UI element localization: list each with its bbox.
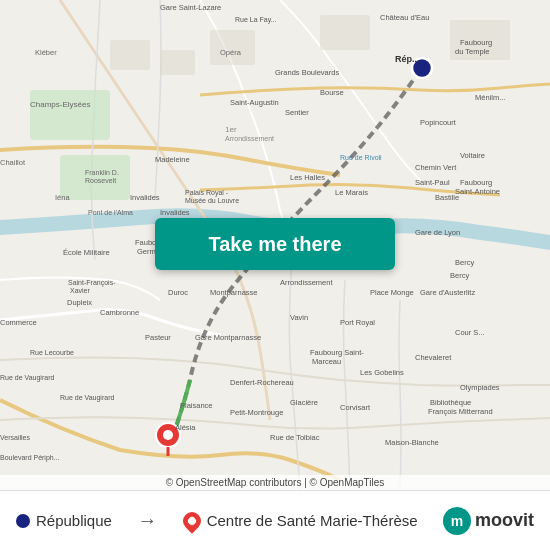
svg-text:Saint-Paul: Saint-Paul	[415, 178, 450, 187]
svg-text:Olympiades: Olympiades	[460, 383, 500, 392]
svg-text:Saint-Antoine: Saint-Antoine	[455, 187, 500, 196]
svg-text:Place Monge: Place Monge	[370, 288, 414, 297]
take-me-there-button[interactable]: Take me there	[155, 218, 395, 270]
svg-text:Saint-François-: Saint-François-	[68, 279, 116, 287]
moovit-brand-name: moovit	[475, 510, 534, 531]
svg-text:Grands Boulevards: Grands Boulevards	[275, 68, 339, 77]
svg-text:Roosevelt: Roosevelt	[85, 177, 116, 184]
svg-text:Rue La Fay...: Rue La Fay...	[235, 16, 277, 24]
origin-dot-icon	[16, 514, 30, 528]
svg-text:Arrondissement: Arrondissement	[225, 135, 274, 142]
svg-text:Opéra: Opéra	[220, 48, 242, 57]
svg-text:Duroc: Duroc	[168, 288, 188, 297]
svg-text:Plaisance: Plaisance	[180, 401, 213, 410]
svg-text:Bercy: Bercy	[455, 258, 474, 267]
from-label: République	[36, 512, 112, 529]
svg-text:Voltaire: Voltaire	[460, 151, 485, 160]
svg-text:François Mitterrand: François Mitterrand	[428, 407, 493, 416]
svg-text:Bercy: Bercy	[450, 271, 469, 280]
svg-text:Alésia: Alésia	[175, 423, 196, 432]
svg-text:Marceau: Marceau	[312, 357, 341, 366]
route-from: République	[16, 512, 112, 529]
svg-text:Rue de Rivoli: Rue de Rivoli	[340, 154, 382, 161]
svg-text:Rue de Tolbiac: Rue de Tolbiac	[270, 433, 320, 442]
svg-text:1er: 1er	[225, 125, 237, 134]
svg-rect-6	[320, 15, 370, 50]
svg-text:École Militaire: École Militaire	[63, 248, 110, 257]
svg-text:Faubourg: Faubourg	[460, 178, 492, 187]
svg-text:Gare d'Austerlitz: Gare d'Austerlitz	[420, 288, 475, 297]
svg-text:du Temple: du Temple	[455, 47, 489, 56]
svg-text:Cour S...: Cour S...	[455, 328, 485, 337]
svg-text:Chemin Vert: Chemin Vert	[415, 163, 457, 172]
svg-text:Boulevard Périph...: Boulevard Périph...	[0, 454, 60, 462]
svg-text:Invalides: Invalides	[130, 193, 160, 202]
svg-text:Rue Lecourbe: Rue Lecourbe	[30, 349, 74, 356]
to-label: Centre de Santé Marie-Thérèse	[207, 512, 418, 529]
svg-text:Dupleix: Dupleix	[67, 298, 92, 307]
svg-text:Saint-Augustin: Saint-Augustin	[230, 98, 279, 107]
svg-text:Palais Royal -: Palais Royal -	[185, 189, 229, 197]
svg-text:Petit-Montrouge: Petit-Montrouge	[230, 408, 283, 417]
svg-text:Ménilm...: Ménilm...	[475, 93, 505, 102]
bottom-bar: République → Centre de Santé Marie-Thérè…	[0, 490, 550, 550]
svg-text:Champs-Elysées: Champs-Elysées	[30, 100, 90, 109]
svg-text:Madeleine: Madeleine	[155, 155, 190, 164]
svg-text:Gare Montparnasse: Gare Montparnasse	[195, 333, 261, 342]
svg-text:Chaillot: Chaillot	[0, 158, 26, 167]
svg-text:Rue de Vaugirard: Rue de Vaugirard	[0, 374, 54, 382]
svg-text:Franklin D.: Franklin D.	[85, 169, 119, 176]
svg-text:Versailles: Versailles	[0, 434, 30, 441]
svg-text:Cambronne: Cambronne	[100, 308, 139, 317]
route-to: Centre de Santé Marie-Thérèse	[183, 512, 418, 530]
svg-text:Rép...: Rép...	[395, 54, 420, 64]
svg-text:Popincourt: Popincourt	[420, 118, 457, 127]
svg-text:Gare de Lyon: Gare de Lyon	[415, 228, 460, 237]
svg-text:Les Halles: Les Halles	[290, 173, 325, 182]
svg-text:Invalides: Invalides	[160, 208, 190, 217]
map-container: Champs-Elysées Kléber Gare Saint-Lazare …	[0, 0, 550, 490]
svg-text:Vavin: Vavin	[290, 313, 308, 322]
destination-pin-icon	[179, 508, 204, 533]
svg-rect-4	[160, 50, 195, 75]
svg-text:Denfert-Rochereau: Denfert-Rochereau	[230, 378, 294, 387]
map-attribution: © OpenStreetMap contributors | © OpenMap…	[0, 475, 550, 490]
svg-text:Chevaleret: Chevaleret	[415, 353, 452, 362]
svg-text:Iéna: Iéna	[55, 193, 70, 202]
svg-rect-3	[110, 40, 150, 70]
svg-text:Maison-Blanche: Maison-Blanche	[385, 438, 439, 447]
svg-text:Port Royal: Port Royal	[340, 318, 375, 327]
svg-text:Rue de Vaugirard: Rue de Vaugirard	[60, 394, 114, 402]
svg-text:Montparnasse: Montparnasse	[210, 288, 258, 297]
svg-rect-1	[30, 90, 110, 140]
svg-text:Sentier: Sentier	[285, 108, 309, 117]
svg-text:Arrondissement: Arrondissement	[280, 278, 333, 287]
svg-text:Musée du Louvre: Musée du Louvre	[185, 197, 239, 204]
svg-text:Xavier: Xavier	[70, 287, 91, 294]
svg-text:Faubourg: Faubourg	[460, 38, 492, 47]
svg-text:Gare Saint-Lazare: Gare Saint-Lazare	[160, 3, 221, 12]
svg-text:Château d'Eau: Château d'Eau	[380, 13, 429, 22]
svg-point-9	[163, 430, 173, 440]
svg-text:Le Marais: Le Marais	[335, 188, 368, 197]
svg-text:Faubourg Saint-: Faubourg Saint-	[310, 348, 364, 357]
route-arrow-icon: →	[137, 509, 157, 532]
svg-text:Pont de l'Alma: Pont de l'Alma	[88, 209, 133, 216]
svg-text:Pasteur: Pasteur	[145, 333, 171, 342]
svg-text:Commerce: Commerce	[0, 318, 37, 327]
svg-text:Glacière: Glacière	[290, 398, 318, 407]
moovit-icon: m	[443, 507, 471, 535]
svg-text:Bourse: Bourse	[320, 88, 344, 97]
moovit-logo: m moovit	[443, 507, 534, 535]
svg-text:Corvisart: Corvisart	[340, 403, 371, 412]
svg-text:Kléber: Kléber	[35, 48, 57, 57]
svg-text:Les Gobelins: Les Gobelins	[360, 368, 404, 377]
svg-text:Bibliothèque: Bibliothèque	[430, 398, 471, 407]
